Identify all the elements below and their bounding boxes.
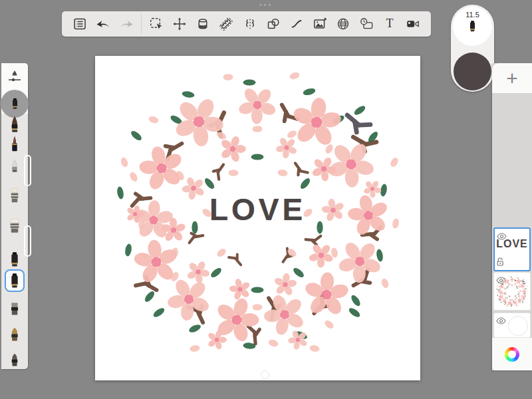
drawing-canvas[interactable]: LOVE (95, 56, 420, 380)
brush-settings-icon[interactable] (1, 68, 28, 88)
brush-item-round-dark-0[interactable] (7, 115, 23, 134)
layer-thumbnail-empty (508, 316, 528, 336)
toolbar-redo-button[interactable] (118, 15, 135, 33)
brush-item-worn-round-9[interactable] (7, 351, 23, 370)
brush-hud: 11.5 (451, 5, 494, 92)
layer-card-love[interactable]: LOVE (493, 227, 531, 271)
brush-item-flat-brush-7[interactable] (7, 301, 23, 319)
brush-size-value: 11.5 (453, 11, 492, 19)
layer-thumbnail-wreath (494, 274, 530, 310)
layer-visibility-icon[interactable] (496, 315, 506, 327)
brush-item-marker-5[interactable] (7, 251, 23, 269)
toolbar-move-button[interactable] (171, 15, 188, 33)
brush-item-ink-pen-1[interactable] (7, 135, 23, 154)
brush-group-handle-1[interactable] (24, 155, 31, 186)
toolbar: T (62, 11, 431, 37)
color-wheel-button[interactable] (505, 347, 519, 362)
brush-group-handle-2[interactable] (24, 225, 31, 257)
toolbar-text-button[interactable]: T (381, 15, 398, 33)
toolbar-import-image-button[interactable] (311, 15, 329, 33)
current-color-swatch[interactable] (454, 53, 491, 90)
toolbar-fill-button[interactable] (194, 15, 211, 33)
current-brush-icon (453, 19, 492, 37)
brush-item-pencil-2[interactable] (7, 158, 23, 177)
brush-item-gold-round-8[interactable] (7, 326, 23, 344)
brush-item-marker-6[interactable] (7, 272, 23, 291)
layer-lock-icon[interactable] (497, 257, 504, 269)
brush-item-flat-metal-3[interactable] (7, 187, 23, 205)
color-wheel-center (508, 350, 516, 358)
toolbar-shape-button[interactable] (265, 15, 282, 33)
toolbar-select-button[interactable] (148, 15, 165, 33)
toolbar-menu-button[interactable] (71, 15, 88, 33)
toolbar-curve-button[interactable] (288, 15, 305, 33)
layer-card-empty[interactable] (493, 313, 531, 338)
brush-sidebar (1, 63, 28, 369)
add-layer-button[interactable]: + (492, 63, 532, 93)
window-drag-handle[interactable]: ••• (0, 1, 532, 9)
color-section (492, 338, 532, 370)
layer-card-wreath[interactable] (493, 272, 531, 311)
toolbar-ruler-button[interactable] (217, 15, 235, 33)
toolbar-symmetry-button[interactable] (241, 15, 259, 33)
toolbar-video-button[interactable] (404, 15, 422, 33)
toolbar-undo-button[interactable] (94, 15, 112, 33)
layers-panel: + LOVE (492, 63, 532, 370)
brush-size-indicator[interactable]: 11.5 (453, 7, 492, 46)
toolbar-divider (141, 14, 142, 34)
canvas-resize-handle[interactable] (261, 370, 269, 379)
toolbar-perspective-button[interactable] (334, 15, 352, 33)
svg-text:T: T (386, 17, 393, 30)
active-brush-preview[interactable] (1, 90, 29, 118)
layer-thumbnail-love: LOVE (495, 238, 529, 250)
brush-item-flat-wide-4[interactable] (7, 217, 23, 236)
toolbar-timelapse-button[interactable] (358, 15, 375, 33)
love-lettering: LOVE (95, 192, 420, 227)
